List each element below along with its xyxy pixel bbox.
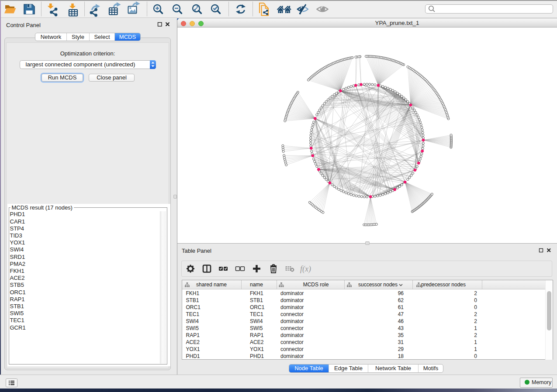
svg-text:f(x): f(x) xyxy=(300,265,311,274)
